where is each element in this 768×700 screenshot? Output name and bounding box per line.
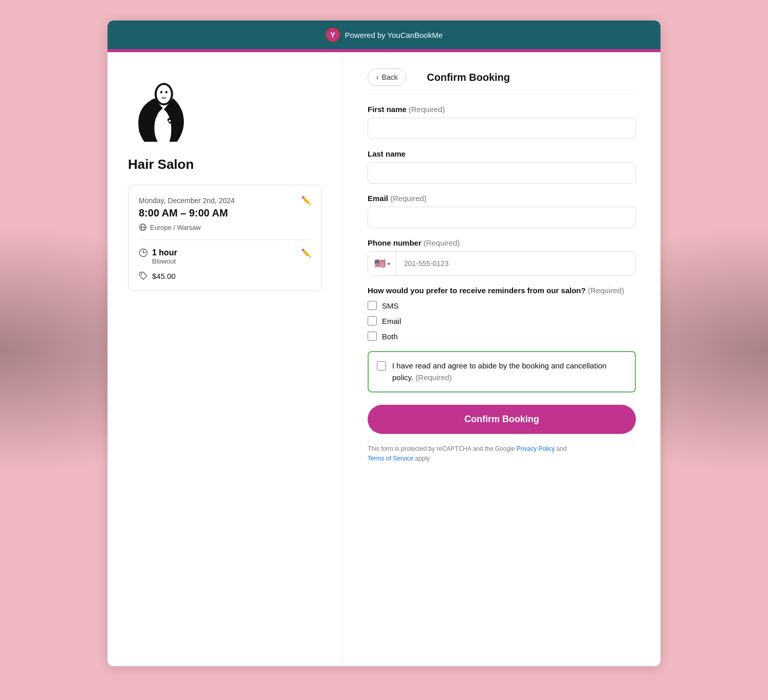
salon-logo	[128, 73, 200, 144]
ycbm-logo: Y	[326, 28, 340, 42]
phone-input-wrapper: 🇺🇸 ▾	[368, 251, 636, 276]
price-tag-icon	[139, 271, 148, 280]
svg-point-4	[160, 91, 162, 94]
recaptcha-notice: This form is protected by reCAPTCHA and …	[368, 444, 636, 464]
salon-name: Hair Salon	[128, 157, 322, 172]
email-option[interactable]: Email	[368, 316, 636, 325]
content-area: Hair Salon Monday, December 2nd, 2024 ✏️…	[108, 52, 660, 666]
edit-date-icon[interactable]: ✏️	[301, 195, 311, 205]
first-name-input[interactable]	[368, 118, 636, 139]
salon-logo-svg	[131, 75, 197, 142]
email-input[interactable]	[368, 207, 636, 228]
right-panel: ‹ Back Confirm Booking First name (Requi…	[343, 52, 660, 666]
back-button[interactable]: ‹ Back	[368, 69, 407, 86]
svg-point-24	[141, 273, 142, 275]
last-name-label: Last name	[368, 149, 636, 158]
privacy-policy-link[interactable]: Privacy Policy	[517, 445, 555, 452]
both-checkbox[interactable]	[368, 332, 377, 341]
svg-text:Y: Y	[330, 31, 335, 39]
last-name-input[interactable]	[368, 162, 636, 184]
phone-label: Phone number (Required)	[368, 238, 636, 247]
sms-checkbox[interactable]	[368, 301, 377, 310]
top-bar: Y Powered by YouCanBookMe	[108, 20, 660, 49]
email-group: Email (Required)	[368, 194, 636, 228]
country-select[interactable]: 🇺🇸 ▾	[368, 252, 397, 275]
us-flag-icon: 🇺🇸	[374, 258, 386, 269]
confirm-booking-button[interactable]: Confirm Booking	[368, 405, 636, 434]
booking-time: 8:00 AM – 9:00 AM	[139, 207, 311, 219]
first-name-group: First name (Required)	[368, 105, 636, 139]
country-chevron-icon: ▾	[388, 261, 390, 267]
booking-price: $45.00	[139, 271, 311, 280]
left-sidebar: Hair Salon Monday, December 2nd, 2024 ✏️…	[108, 52, 343, 666]
reminder-question: How would you prefer to receive reminder…	[368, 286, 636, 295]
edit-service-icon[interactable]: ✏️	[301, 248, 311, 258]
panel-header: ‹ Back Confirm Booking	[368, 69, 636, 95]
booking-date: Monday, December 2nd, 2024 ✏️	[139, 195, 311, 205]
phone-number-input[interactable]	[397, 252, 635, 275]
email-label: Email	[382, 317, 401, 325]
both-label: Both	[382, 332, 398, 341]
info-divider	[139, 239, 311, 240]
service-info: 1 hour Blowout	[152, 248, 177, 265]
duration-row: 1 hour Blowout ✏️	[139, 248, 311, 265]
policy-checkbox[interactable]	[377, 361, 386, 370]
reminder-group: How would you prefer to receive reminder…	[368, 286, 636, 341]
panel-title: Confirm Booking	[427, 72, 510, 83]
reminder-options: SMS Email Both	[368, 301, 636, 341]
terms-link[interactable]: Terms of Service	[368, 455, 413, 462]
first-name-label: First name (Required)	[368, 105, 636, 114]
svg-point-5	[165, 91, 167, 94]
both-option[interactable]: Both	[368, 332, 636, 341]
svg-point-3	[157, 85, 171, 103]
sms-label: SMS	[382, 301, 399, 310]
booking-timezone: Europe / Warsaw	[139, 223, 311, 231]
duration-left: 1 hour Blowout	[139, 248, 177, 265]
clock-icon	[139, 248, 148, 257]
booking-info-card: Monday, December 2nd, 2024 ✏️ 8:00 AM – …	[128, 185, 322, 291]
phone-group: Phone number (Required) 🇺🇸 ▾	[368, 238, 636, 276]
main-card: Y Powered by YouCanBookMe	[108, 20, 660, 666]
sms-option[interactable]: SMS	[368, 301, 636, 310]
back-chevron-icon: ‹	[376, 73, 379, 81]
globe-icon	[139, 223, 147, 231]
email-checkbox[interactable]	[368, 316, 377, 325]
email-label: Email (Required)	[368, 194, 636, 203]
powered-by-text: Powered by YouCanBookMe	[345, 31, 443, 39]
policy-text: I have read and agree to abide by the bo…	[392, 360, 627, 383]
last-name-group: Last name	[368, 149, 636, 184]
policy-box: I have read and agree to abide by the bo…	[368, 351, 636, 392]
